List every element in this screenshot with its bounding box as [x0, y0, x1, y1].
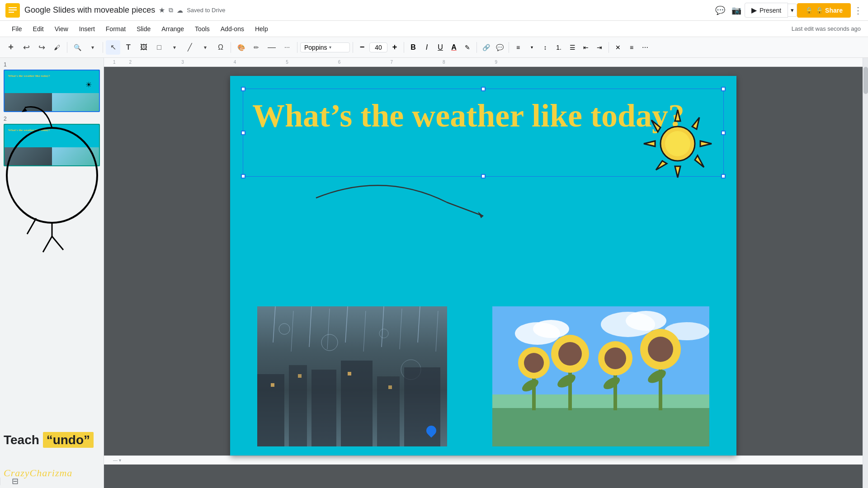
canvas-area[interactable]: 1 2 3 4 5 6 7 8 9 What’s the we — [104, 58, 863, 488]
redo-button[interactable]: ↪ — [34, 40, 49, 55]
toolbar-separator-7 — [476, 42, 477, 53]
share-label: 🔒 Share — [816, 7, 843, 14]
star-icon[interactable]: ★ — [159, 6, 165, 14]
bold-button[interactable]: B — [407, 41, 420, 54]
toolbar-separator-8 — [509, 42, 509, 53]
line-button[interactable]: ╱ — [183, 40, 197, 55]
more-options-icon[interactable]: ⋮ — [854, 5, 863, 16]
handle-tc[interactable] — [481, 87, 486, 91]
font-selector[interactable]: Poppins ▾ — [300, 42, 350, 52]
word-count-button[interactable]: ≡ — [625, 41, 638, 54]
present-button[interactable]: ▶ Present — [745, 3, 788, 18]
toolbar-separator-3 — [231, 42, 231, 53]
shape-button[interactable]: □ — [152, 40, 166, 55]
font-size-input[interactable] — [369, 42, 387, 52]
indent-less-button[interactable]: ⇤ — [580, 41, 592, 54]
slide-panel: 1 What's the weather like today? ☀ 2 Wha… — [0, 58, 104, 488]
doc-title[interactable]: Google Slides with moveable pieces — [24, 5, 155, 15]
add-slide-button[interactable]: + — [4, 40, 18, 55]
teach-section: Teach “undo” — [4, 433, 94, 447]
font-size-increase-button[interactable]: + — [388, 41, 401, 54]
menu-tools[interactable]: Tools — [190, 23, 214, 34]
handle-mr[interactable] — [721, 131, 726, 135]
menu-edit[interactable]: Edit — [28, 23, 48, 34]
fill-color-button[interactable]: 🎨 — [234, 40, 248, 55]
save-status: Saved to Drive — [187, 7, 225, 14]
menu-file[interactable]: File — [7, 23, 27, 34]
sunflower-photo[interactable] — [492, 306, 709, 446]
meet-icon[interactable]: 📷 — [728, 2, 745, 19]
menu-addons[interactable]: Add-ons — [216, 23, 249, 34]
handle-ml[interactable] — [241, 131, 245, 135]
svg-marker-14 — [692, 117, 699, 129]
slide-canvas[interactable]: What’s the weather like today? — [230, 76, 736, 455]
font-size-decrease-button[interactable]: − — [356, 41, 368, 54]
numbered-list-button[interactable]: 1. — [552, 41, 565, 54]
highlight-button[interactable]: ✎ — [461, 41, 474, 54]
svg-rect-3 — [9, 12, 14, 13]
ruler-mark-5: 5 — [286, 60, 288, 65]
font-dropdown-icon: ▾ — [329, 45, 331, 50]
share-button[interactable]: 🔒 🔒 Share — [797, 3, 851, 18]
italic-button[interactable]: I — [420, 41, 433, 54]
comments-icon[interactable]: 💬 — [712, 2, 728, 19]
right-scrollbar[interactable] — [863, 58, 868, 488]
slide-2-thumb-photos — [5, 147, 99, 165]
zoom-button[interactable]: 🔍 — [70, 40, 85, 55]
ruler-mark-6: 6 — [338, 60, 341, 65]
scrollbar-thumb[interactable] — [863, 67, 868, 94]
indent-more-button[interactable]: ⇥ — [593, 41, 606, 54]
svg-rect-2 — [9, 9, 17, 10]
select-tool-button[interactable]: ↖ — [106, 40, 120, 55]
paint-format-button[interactable]: 🖌 — [50, 40, 64, 55]
align-dropdown-button[interactable]: ▾ — [525, 41, 538, 54]
handle-bl[interactable] — [241, 174, 245, 178]
underline-button[interactable]: U — [434, 41, 447, 54]
slide-2-number: 2 — [4, 116, 100, 122]
image-button[interactable]: 🖼 — [137, 40, 151, 55]
svg-point-19 — [665, 131, 690, 156]
text-box-button[interactable]: T — [121, 40, 136, 55]
panel-separator-v: | — [0, 476, 1, 486]
filmstrip-view-icon[interactable]: ⊟ — [12, 476, 19, 486]
menu-view[interactable]: View — [50, 23, 73, 34]
menu-slide[interactable]: Slide — [132, 23, 155, 34]
zoom-dropdown-button[interactable]: ▾ — [85, 40, 100, 55]
handle-tr[interactable] — [721, 87, 726, 91]
sun-image[interactable] — [642, 108, 714, 180]
border-weight-button[interactable]: — — [264, 40, 279, 55]
line-spacing-button[interactable]: ↕ — [539, 41, 552, 54]
line-dropdown-button[interactable]: ▾ — [198, 40, 212, 55]
menu-format[interactable]: Format — [101, 23, 130, 34]
svg-marker-12 — [675, 166, 680, 178]
menu-insert[interactable]: Insert — [75, 23, 99, 34]
border-dash-button[interactable]: ⋯ — [280, 40, 294, 55]
slide-thumb-1[interactable]: What's the weather like today? ☀ — [4, 70, 100, 112]
ruler-mark-4: 4 — [234, 60, 236, 65]
handle-tl[interactable] — [241, 87, 245, 91]
border-color-button[interactable]: ✏ — [249, 40, 264, 55]
present-icon: ▶ — [751, 6, 757, 14]
svg-line-29 — [418, 306, 420, 343]
menu-arrange[interactable]: Arrange — [157, 23, 189, 34]
shape-dropdown-button[interactable]: ▾ — [167, 40, 182, 55]
top-bar: Google Slides with moveable pieces ★ ⧉ ☁… — [0, 0, 868, 21]
present-dropdown-button[interactable]: ▾ — [788, 4, 797, 17]
present-in-tab-icon[interactable]: ⧉ — [169, 6, 173, 14]
link-button[interactable]: 🔗 — [480, 41, 492, 54]
special-chars-button[interactable]: Ω — [213, 40, 228, 55]
handle-br[interactable] — [721, 174, 726, 178]
text-color-button[interactable]: A — [448, 41, 460, 54]
app-logo — [5, 3, 20, 18]
share-icon: 🔒 — [805, 7, 813, 14]
toolbar-separator-5 — [353, 42, 353, 53]
rainy-city-photo[interactable] — [257, 306, 447, 446]
menu-help[interactable]: Help — [250, 23, 273, 34]
more-toolbar-button[interactable]: ⋯ — [639, 41, 651, 54]
slide-thumb-2[interactable]: What's the weather like today? — [4, 124, 100, 166]
clear-format-button[interactable]: ✕ — [612, 41, 624, 54]
comment-button[interactable]: 💬 — [493, 41, 506, 54]
bullet-list-button[interactable]: ☰ — [566, 41, 579, 54]
align-button[interactable]: ≡ — [512, 41, 524, 54]
undo-button[interactable]: ↩ — [19, 40, 33, 55]
